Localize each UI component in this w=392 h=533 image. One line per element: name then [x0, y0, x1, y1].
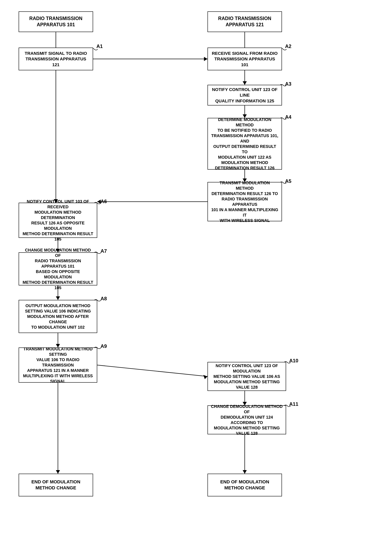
box-end-right: END OF MODULATIONMETHOD CHANGE	[207, 474, 282, 496]
box-A10: NOTIFY CONTROL UNIT 123 OF MODULATIONMET…	[207, 362, 286, 391]
label-A2: A2	[285, 43, 291, 49]
label-A11: A11	[289, 401, 298, 407]
svg-line-21	[97, 365, 207, 376]
label-A5: A5	[285, 178, 291, 184]
svg-marker-24	[56, 470, 60, 474]
label-A10: A10	[289, 358, 298, 364]
box-A11: CHANGE DEMODULATION METHOD OFDEMODULATIO…	[207, 405, 286, 434]
svg-marker-18	[56, 296, 60, 300]
box-A3: NOTIFY CONTROL UNIT 123 OF LINEQUALITY I…	[207, 85, 282, 106]
box-A6: NOTIFY CONTROL UNIT 103 OF RECEIVEDMODUL…	[19, 203, 97, 238]
svg-marker-5	[243, 81, 247, 85]
label-A6: A6	[101, 199, 107, 204]
label-A3: A3	[285, 81, 291, 87]
label-A4: A4	[285, 114, 291, 120]
box-A5: TRANSMIT MODULATION METHODDETERMINATION …	[207, 182, 282, 221]
box-A4: DETERMINE MODULATION METHODTO BE NOTIFIE…	[207, 118, 282, 170]
svg-marker-12	[97, 199, 101, 204]
box-right-title: RADIO TRANSMISSIONAPPARATUS 121	[207, 11, 282, 32]
svg-marker-28	[243, 470, 247, 474]
label-A9: A9	[101, 343, 107, 349]
box-end-left: END OF MODULATIONMETHOD CHANGE	[19, 474, 93, 496]
flowchart-diagram: RADIO TRANSMISSIONAPPARATUS 101 RADIO TR…	[0, 0, 392, 533]
box-left-title: RADIO TRANSMISSIONAPPARATUS 101	[19, 11, 93, 32]
box-A1: TRANSMIT SIGNAL TO RADIOTRANSMISSION APP…	[19, 48, 93, 70]
label-A7: A7	[101, 248, 107, 254]
label-A8: A8	[101, 296, 107, 301]
box-A7: CHANGE MODULATION METHOD OFRADIO TRANSMI…	[19, 252, 97, 285]
box-A9: TRANSMIT MODULATION METHOD SETTINGVALUE …	[19, 348, 97, 383]
svg-marker-22	[203, 375, 207, 379]
box-A8: OUTPUT MODULATION METHODSETTING VALUE 10…	[19, 300, 97, 333]
box-A2: RECEIVE SIGNAL FROM RADIOTRANSMISSION AP…	[207, 48, 282, 70]
svg-marker-14	[204, 57, 207, 61]
label-A1: A1	[96, 43, 103, 49]
